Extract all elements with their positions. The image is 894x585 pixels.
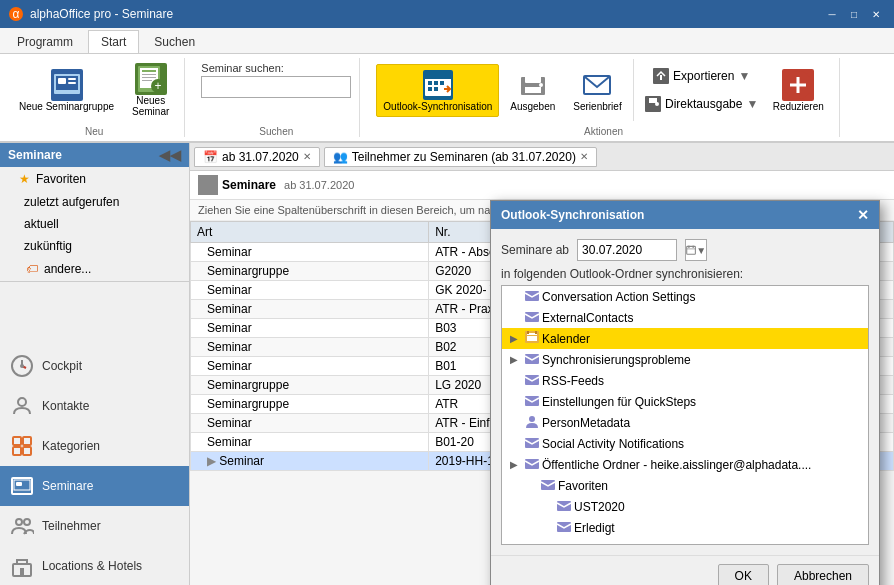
folder-item[interactable]: Conversation Action Settings — [502, 286, 868, 307]
content-tab-bar: 📅 ab 31.07.2020 ✕ 👥 Teilnehmer zu Semina… — [190, 143, 894, 171]
folder-item[interactable]: ExternalContacts — [502, 307, 868, 328]
sidebar-item-kontakte[interactable]: Kontakte — [0, 386, 189, 426]
cell-art: Seminar — [191, 281, 429, 300]
folder-item[interactable]: Einstellungen für QuickSteps — [502, 391, 868, 412]
sidebar-nav: Cockpit Kontakte Kategorien Seminare — [0, 346, 189, 585]
date-picker-button[interactable]: ▼ — [685, 239, 707, 261]
ausgeben-button[interactable]: Ausgeben — [503, 64, 562, 117]
serienbrief-label: Serienbrief — [573, 101, 621, 112]
tab-suchen[interactable]: Suchen — [141, 30, 208, 53]
folder-type-icon — [524, 351, 540, 368]
folder-item[interactable]: UST2020 — [502, 496, 868, 517]
svg-text:α: α — [13, 7, 20, 21]
expand-arrow-icon[interactable]: ▶ — [510, 333, 522, 344]
folder-item[interactable]: PersonMetadata — [502, 412, 868, 433]
expand-arrow-icon[interactable]: ▶ — [510, 354, 522, 365]
tab-start[interactable]: Start — [88, 30, 139, 53]
cell-art: Seminar — [191, 243, 429, 262]
svg-rect-49 — [687, 246, 696, 254]
cockpit-icon — [8, 352, 36, 380]
col-header-art[interactable]: Art — [191, 222, 429, 243]
svg-point-26 — [539, 83, 543, 87]
expand-arrow-icon[interactable]: ▶ — [510, 459, 522, 470]
content-tab-teilnehmer-close[interactable]: ✕ — [580, 151, 588, 162]
svg-point-45 — [16, 519, 22, 525]
sidebar-item-zuletzt[interactable]: zuletzt aufgerufen — [0, 191, 189, 213]
ok-button[interactable]: OK — [718, 564, 769, 585]
breadcrumb-icon — [198, 175, 218, 195]
svg-rect-61 — [525, 375, 539, 385]
reduzieren-button[interactable]: Reduzieren — [766, 64, 831, 117]
svg-rect-4 — [58, 78, 66, 84]
sidebar-item-locations[interactable]: Locations & Hotels — [0, 546, 189, 585]
folder-item[interactable]: ▶Öffentliche Ordner - heike.aisslinger@a… — [502, 454, 868, 475]
folder-item[interactable]: ▶Synchronisierungsprobleme — [502, 349, 868, 370]
sidebar-item-zukuenftig[interactable]: zukünftig — [0, 235, 189, 257]
cell-art: ▶ Seminar — [191, 452, 429, 471]
folder-type-icon — [540, 477, 556, 494]
folder-label: PersonMetadata — [542, 416, 630, 430]
sidebar-collapse-button[interactable]: ◀◀ — [159, 147, 181, 163]
svg-rect-30 — [660, 75, 662, 80]
breadcrumb: Seminare ab 31.07.2020 — [190, 171, 894, 200]
ribbon-group-aktionen-label: Aktionen — [584, 126, 623, 137]
sidebar-item-favoriten[interactable]: ★ Favoriten — [0, 167, 189, 191]
sidebar-item-andere[interactable]: 🏷 andere... — [0, 257, 189, 281]
cell-art: Seminar — [191, 319, 429, 338]
svg-rect-68 — [557, 522, 571, 532]
window-controls: ─ □ ✕ — [822, 6, 886, 22]
svg-rect-41 — [23, 447, 31, 455]
direktausgabe-label: Direktausgabe — [665, 97, 742, 111]
modal-date-input[interactable] — [577, 239, 677, 261]
modal-date-row: Seminare ab ▼ — [501, 239, 869, 261]
tab-programm[interactable]: Programm — [4, 30, 86, 53]
sidebar-seminare-section: ★ Favoriten zuletzt aufgerufen aktuell z… — [0, 167, 189, 282]
svg-rect-39 — [23, 437, 31, 445]
exportieren-button[interactable]: Exportieren ▼ — [642, 63, 762, 89]
svg-rect-12 — [142, 80, 152, 81]
svg-rect-53 — [525, 291, 539, 301]
serienbrief-button[interactable]: Serienbrief — [566, 64, 628, 117]
close-button[interactable]: ✕ — [866, 6, 886, 22]
folder-item[interactable]: RSS-Feeds — [502, 370, 868, 391]
sidebar-favoriten-label: Favoriten — [36, 172, 86, 186]
app-icon: α — [8, 6, 24, 22]
cancel-button[interactable]: Abbrechen — [777, 564, 869, 585]
neue-seminargruppe-button[interactable]: Neue Seminargruppe — [12, 64, 121, 117]
svg-rect-67 — [557, 501, 571, 511]
serienbrief-icon — [581, 69, 613, 101]
sidebar-item-cockpit[interactable]: Cockpit — [0, 346, 189, 386]
neues-seminar-button[interactable]: + NeuesSeminar — [125, 58, 176, 122]
direktausgabe-button[interactable]: Direktausgabe ▼ — [642, 91, 762, 117]
svg-rect-44 — [16, 482, 22, 486]
ribbon-tab-bar: Programm Start Suchen — [0, 28, 894, 54]
modal-close-button[interactable]: ✕ — [857, 207, 869, 223]
folder-label: Conversation Action Settings — [542, 290, 695, 304]
sidebar-item-teilnehmer[interactable]: Teilnehmer — [0, 506, 189, 546]
ribbon-group-neu-content: Neue Seminargruppe + — [12, 58, 176, 122]
content-tab-seminare[interactable]: 📅 ab 31.07.2020 ✕ — [194, 147, 320, 167]
kontakte-icon — [8, 392, 36, 420]
modal-title: Outlook-Synchronisation — [501, 208, 644, 222]
cell-art: Seminar — [191, 414, 429, 433]
content-tab-seminare-close[interactable]: ✕ — [303, 151, 311, 162]
folder-item[interactable]: Social Activity Notifications — [502, 433, 868, 454]
content-tab-teilnehmer[interactable]: 👥 Teilnehmer zu Seminaren (ab 31.07.2020… — [324, 147, 597, 167]
svg-rect-58 — [535, 331, 537, 334]
outlook-sync-button[interactable]: Outlook-Synchronisation — [376, 64, 499, 117]
folder-item[interactable]: Favoriten — [502, 475, 868, 496]
folder-item[interactable]: Erledigt — [502, 517, 868, 538]
sidebar-item-kategorien[interactable]: Kategorien — [0, 426, 189, 466]
sidebar-item-aktuell[interactable]: aktuell — [0, 213, 189, 235]
sidebar-item-seminare[interactable]: Seminare — [0, 466, 189, 506]
seminar-search-input[interactable] — [201, 76, 351, 98]
modal-titlebar: Outlook-Synchronisation ✕ — [491, 201, 879, 229]
svg-rect-38 — [13, 437, 21, 445]
svg-rect-54 — [525, 312, 539, 322]
maximize-button[interactable]: □ — [844, 6, 864, 22]
folder-tree[interactable]: Conversation Action SettingsExternalCont… — [501, 285, 869, 545]
modal-seminare-ab-label: Seminare ab — [501, 243, 569, 257]
svg-rect-21 — [428, 87, 432, 91]
folder-item[interactable]: ▶Kalender — [502, 328, 868, 349]
minimize-button[interactable]: ─ — [822, 6, 842, 22]
